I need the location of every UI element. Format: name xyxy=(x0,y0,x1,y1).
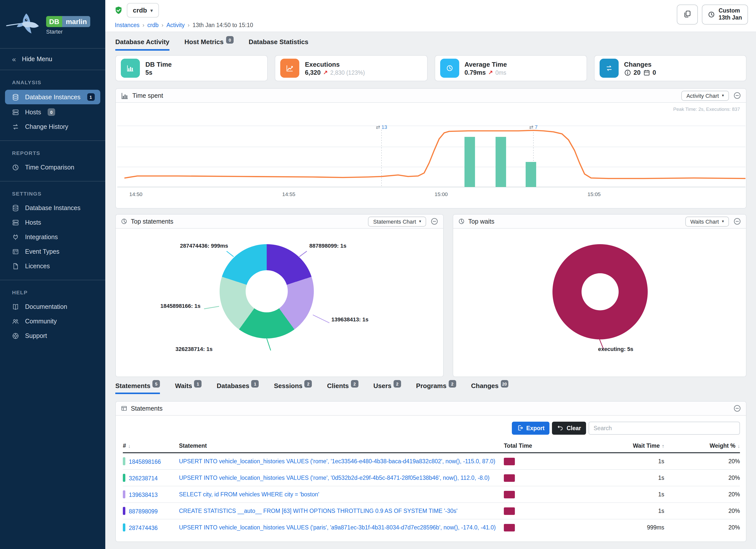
dbmarlin-logo[interactable]: DBmarlin Starter xyxy=(0,0,105,48)
sidebar-item-change-history[interactable]: Change History xyxy=(5,120,100,134)
panel-title: Time spent xyxy=(132,92,163,99)
sidebar-item-event-types[interactable]: Event Types xyxy=(5,245,100,259)
sidebar-item-label: Hosts xyxy=(25,109,41,116)
table-row: 139638413SELECT city, id FROM vehicles W… xyxy=(123,486,740,503)
time-range-button[interactable]: Custom13th Jan xyxy=(702,5,748,25)
detail-tab-statements[interactable]: Statements5 xyxy=(115,382,160,394)
detail-tab-waits[interactable]: Waits1 xyxy=(175,382,202,394)
tab-host-metrics[interactable]: Host Metrics0 xyxy=(184,38,234,51)
metric-card-executions[interactable]: Executions6,320↗2,830 (123%) xyxy=(275,55,428,81)
statement-sql-link[interactable]: CREATE STATISTICS __auto__ FROM [63] WIT… xyxy=(179,508,457,514)
tab-database-activity[interactable]: Database Activity xyxy=(115,38,169,51)
detail-tab-changes[interactable]: Changes20 xyxy=(471,382,508,394)
collapse-icon[interactable] xyxy=(431,218,438,225)
sidebar-item-label: Integrations xyxy=(25,234,58,241)
table-row: 1845898166UPSERT INTO vehicle_location_h… xyxy=(123,453,740,470)
detail-tab-databases[interactable]: Databases1 xyxy=(217,382,259,394)
support-icon xyxy=(12,332,20,339)
sidebar-item-hosts[interactable]: Hosts0 xyxy=(5,105,100,119)
detail-tab-programs[interactable]: Programs2 xyxy=(416,382,456,394)
time-spent-chart[interactable]: ⇄ 13⇄ 714:5014:5515:0015:05 xyxy=(117,109,745,204)
breadcrumb-activity[interactable]: Activity xyxy=(166,22,185,28)
page-tabs: Database ActivityHost Metrics0Database S… xyxy=(115,38,308,51)
pie-chart-icon xyxy=(121,218,127,225)
bar-chart-icon xyxy=(121,91,129,100)
weight-value: 20% xyxy=(664,470,740,486)
instance-selector[interactable]: crdb ▾ xyxy=(127,3,159,18)
detail-tab-sessions[interactable]: Sessions2 xyxy=(274,382,312,394)
tab-database-statistics[interactable]: Database Statistics xyxy=(249,38,308,51)
detail-tab-users[interactable]: Users2 xyxy=(373,382,401,394)
x-axis-tick: 14:50 xyxy=(129,191,143,197)
sidebar-item-database-instances[interactable]: Database Instances1 xyxy=(5,90,100,104)
export-button[interactable]: Export xyxy=(512,422,550,435)
tab-label: Users xyxy=(373,382,392,390)
sidebar-item-documentation[interactable]: Documentation xyxy=(5,300,100,314)
column-header-num[interactable]: #↓ xyxy=(123,440,179,453)
total-time-bar xyxy=(504,524,515,531)
sidebar-item-database-instances[interactable]: Database Instances xyxy=(5,201,100,215)
waits-chart-select[interactable]: Waits Chart▾ xyxy=(685,216,729,226)
card-title: Changes xyxy=(624,60,656,68)
statement-sql-link[interactable]: UPSERT INTO vehicle_location_histories V… xyxy=(179,475,490,481)
sidebar-item-integrations[interactable]: Integrations xyxy=(5,230,100,244)
weight-value: 20% xyxy=(664,453,740,470)
top-statements-panel: Top statements Statements Chart▾ xyxy=(115,214,444,377)
sidebar-item-licences[interactable]: Licences xyxy=(5,259,100,273)
statement-id-link[interactable]: 139638413 xyxy=(129,492,158,498)
clock-icon xyxy=(12,164,20,171)
sidebar-item-hosts[interactable]: Hosts xyxy=(5,216,100,230)
statement-id-link[interactable]: 1845898166 xyxy=(129,459,161,465)
sidebar-item-label: Database Instances xyxy=(25,205,80,212)
clear-button[interactable]: Clear xyxy=(552,422,586,435)
sidebar-item-community[interactable]: Community xyxy=(5,314,100,328)
statement-id-link[interactable]: 287474436 xyxy=(129,525,158,531)
executions-bar[interactable] xyxy=(526,162,536,187)
copy-button[interactable] xyxy=(677,5,698,25)
card-value: 0.79ms↗0ms xyxy=(464,69,507,76)
weight-value: 20% xyxy=(664,503,740,519)
server-icon xyxy=(12,109,20,116)
breadcrumb-instances[interactable]: Instances xyxy=(115,22,139,28)
waits-donut-chart[interactable] xyxy=(552,244,648,339)
column-header-weight[interactable]: Weight %↓ xyxy=(664,440,740,453)
column-header-wait-time[interactable]: Wait Time↑ xyxy=(599,440,664,453)
donut-segment-label: 1845898166: 1s xyxy=(160,303,201,309)
breadcrumb-13th-jan-14-50-to-15-10: 13th Jan 14:50 to 15:10 xyxy=(193,22,253,28)
sidebar-item-support[interactable]: Support xyxy=(5,329,100,343)
executions-bar[interactable] xyxy=(464,137,475,187)
tab-label: Waits xyxy=(175,382,192,390)
metric-card-average-time[interactable]: Average Time0.79ms↗0ms xyxy=(434,55,587,81)
statement-sql-link[interactable]: SELECT city, id FROM vehicles WHERE city… xyxy=(179,491,319,497)
brand-marlin: marlin xyxy=(62,16,90,27)
sidebar-item-label: Documentation xyxy=(25,303,67,310)
metric-card-changes[interactable]: Changes200 xyxy=(594,55,747,81)
detail-tab-clients[interactable]: Clients2 xyxy=(327,382,358,394)
collapse-icon[interactable] xyxy=(733,92,741,99)
search-input[interactable] xyxy=(589,422,740,435)
activity-chart-select[interactable]: Activity Chart▾ xyxy=(681,90,729,101)
collapse-icon[interactable] xyxy=(733,405,741,412)
bar-chart-icon xyxy=(121,59,140,78)
breadcrumb: Instances›crdb›Activity›13th Jan 14:50 t… xyxy=(115,22,253,28)
statement-id-link[interactable]: 326238714 xyxy=(129,475,158,481)
metric-card-db-time[interactable]: DB Time5s xyxy=(115,55,268,81)
sidebar-item-time-comparison[interactable]: Time Comparison xyxy=(5,160,100,174)
statements-donut-chart[interactable] xyxy=(220,244,314,338)
statements-chart-select[interactable]: Statements Chart▾ xyxy=(368,216,426,226)
hide-menu-button[interactable]: « Hide Menu xyxy=(0,49,105,70)
card-title: Executions xyxy=(305,60,365,68)
collapse-icon[interactable] xyxy=(733,218,741,225)
breadcrumb-crdb[interactable]: crdb xyxy=(147,22,159,28)
column-header-total-time[interactable]: Total Time xyxy=(504,440,599,453)
column-header-statement[interactable]: Statement xyxy=(179,440,504,453)
weight-value: 20% xyxy=(664,519,740,535)
brand-db: DB xyxy=(46,16,62,27)
caret-down-icon: ▾ xyxy=(722,219,724,224)
statement-sql-link[interactable]: UPSERT INTO vehicle_location_histories V… xyxy=(179,458,495,464)
sidebar-section-analysis: ANALYSIS xyxy=(0,73,105,89)
statement-sql-link[interactable]: UPSERT INTO vehicle_location_histories V… xyxy=(179,524,496,530)
executions-bar[interactable] xyxy=(496,137,506,187)
statement-id-link[interactable]: 887898099 xyxy=(129,508,158,514)
swap-icon xyxy=(12,123,20,130)
